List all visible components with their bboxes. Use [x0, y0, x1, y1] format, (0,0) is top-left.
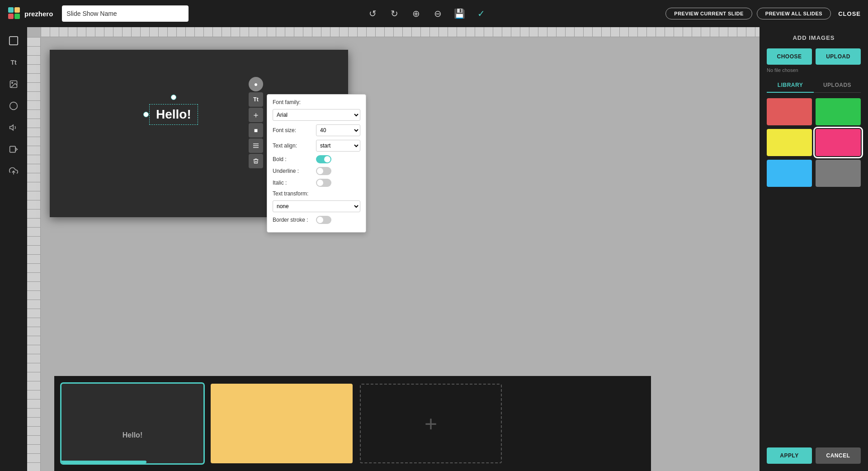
ruler-top — [41, 27, 760, 37]
text-align-label: Text align: — [273, 143, 313, 149]
undo-button[interactable]: ↺ — [364, 5, 382, 23]
apply-button[interactable]: APPLY — [767, 447, 812, 464]
left-sidebar: Tt — [0, 27, 27, 471]
bold-label: Bold : — [273, 156, 313, 162]
uploads-tab[interactable]: UPLOADS — [814, 78, 861, 92]
text-align-select[interactable]: start center end justify — [316, 140, 360, 152]
shape-tool-button[interactable]: ■ — [249, 123, 263, 138]
close-button[interactable]: CLOSE — [838, 10, 861, 17]
font-family-select-row: Arial Helvetica Times New Roman Georgia … — [273, 109, 360, 121]
logo-text: prezhero — [24, 10, 53, 18]
zoom-out-button[interactable]: ⊖ — [429, 5, 447, 23]
library-tabs: LIBRARY UPLOADS — [767, 78, 861, 93]
add-tool-button[interactable]: ＋ — [249, 108, 263, 122]
slide-name-input[interactable] — [62, 5, 189, 22]
border-stroke-row: Border stroke : — [273, 216, 360, 224]
font-size-row: Font size: 10121416 18202428 323640 4856… — [273, 124, 360, 136]
slide-thumb-2[interactable] — [211, 384, 353, 463]
topbar-right: PREVIEW CURRENT SLIDE PREVIEW ALL SLIDES… — [665, 8, 861, 19]
text-transform-select-row: none uppercase lowercase capitalize — [273, 200, 360, 212]
svg-marker-9 — [15, 148, 17, 151]
zoom-in-button[interactable]: ⊕ — [407, 5, 425, 23]
svg-marker-7 — [10, 125, 14, 130]
italic-row: Italic : — [273, 179, 360, 187]
sidebar-item-layers[interactable] — [5, 32, 23, 50]
add-slide-icon: + — [425, 411, 437, 436]
no-file-label: No file chosen — [767, 67, 861, 73]
svg-rect-8 — [10, 146, 16, 152]
font-family-row: Font family: — [273, 99, 360, 105]
italic-label: Italic : — [273, 180, 313, 186]
toolbar-buttons: ↺ ↻ ⊕ ⊖ 💾 ✓ — [194, 5, 660, 23]
cancel-button[interactable]: CANCEL — [816, 447, 861, 464]
right-panel: ADD IMAGES CHOOSE UPLOAD No file chosen … — [760, 27, 868, 471]
font-size-label: Font size: — [273, 127, 313, 133]
upload-button[interactable]: UPLOAD — [816, 48, 861, 65]
image-buttons: CHOOSE UPLOAD — [767, 48, 861, 65]
slide-thumb-1[interactable]: Hello! — [61, 384, 203, 463]
underline-toggle[interactable] — [316, 167, 331, 175]
bold-row: Bold : — [273, 155, 360, 163]
main-layout: Tt Hello! — [0, 27, 868, 471]
layers-tool-button[interactable] — [249, 138, 263, 153]
svg-rect-2 — [8, 14, 14, 19]
pink-swatch[interactable] — [816, 129, 861, 156]
text-transform-select[interactable]: none uppercase lowercase capitalize — [273, 200, 360, 212]
save-button[interactable]: 💾 — [451, 5, 469, 23]
slide-progress-1 — [61, 461, 146, 463]
border-stroke-label: Border stroke : — [273, 217, 313, 223]
green-swatch[interactable] — [816, 98, 861, 125]
yellow-swatch[interactable] — [767, 129, 812, 156]
svg-rect-0 — [8, 7, 14, 13]
border-stroke-toggle[interactable] — [316, 216, 331, 224]
delete-tool-button[interactable] — [249, 154, 263, 168]
logo: prezhero — [7, 6, 53, 21]
blue-swatch[interactable] — [767, 160, 812, 187]
svg-point-6 — [12, 82, 13, 84]
add-slide-button[interactable]: + — [360, 384, 502, 463]
choose-button[interactable]: CHOOSE — [767, 48, 812, 65]
text-transform-row: Text transform: — [273, 190, 360, 197]
hello-text-element[interactable]: Hello! — [149, 104, 198, 125]
sidebar-item-video[interactable] — [5, 140, 23, 158]
text-transform-label: Text transform: — [273, 190, 313, 197]
redo-button[interactable]: ↻ — [386, 5, 404, 23]
ruler-left — [27, 37, 41, 471]
color-grid — [767, 98, 861, 187]
preview-current-button[interactable]: PREVIEW CURRENT SLIDE — [665, 8, 752, 19]
svg-rect-3 — [14, 14, 20, 19]
text-align-row: Text align: start center end justify — [273, 140, 360, 152]
text-tool-button[interactable]: Tt — [249, 92, 263, 107]
hello-text: Hello! — [156, 107, 191, 121]
sidebar-item-text[interactable]: Tt — [5, 53, 23, 71]
font-family-label: Font family: — [273, 99, 313, 105]
panel-action-buttons: APPLY CANCEL — [767, 447, 861, 464]
sidebar-item-upload[interactable] — [5, 162, 23, 180]
preview-all-button[interactable]: PREVIEW ALL SLIDES — [757, 8, 831, 19]
svg-rect-1 — [14, 7, 20, 13]
rotate-handle[interactable] — [171, 95, 176, 100]
red-swatch[interactable] — [767, 98, 812, 125]
resize-handle[interactable] — [143, 112, 149, 117]
canvas-area: Hello! ● Tt ＋ ■ Font family: Arial — [27, 27, 760, 471]
text-format-popup: Font family: Arial Helvetica Times New R… — [267, 94, 366, 233]
sidebar-item-paint[interactable] — [5, 97, 23, 115]
sidebar-item-audio[interactable] — [5, 119, 23, 137]
svg-rect-4 — [9, 37, 18, 45]
logo-icon — [7, 6, 22, 21]
color-tool-button[interactable]: ● — [249, 77, 263, 91]
slide-thumb-1-label: Hello! — [123, 431, 142, 439]
font-family-select[interactable]: Arial Helvetica Times New Roman Georgia … — [273, 109, 360, 121]
font-size-select[interactable]: 10121416 18202428 323640 48566472 — [316, 124, 360, 136]
check-button[interactable]: ✓ — [472, 5, 491, 23]
topbar: prezhero ↺ ↻ ⊕ ⊖ 💾 ✓ PREVIEW CURRENT SLI… — [0, 0, 868, 27]
underline-label: Underline : — [273, 168, 313, 174]
float-toolbar: ● Tt ＋ ■ — [249, 77, 263, 168]
gray-swatch[interactable] — [816, 160, 861, 187]
italic-toggle[interactable] — [316, 179, 331, 187]
underline-row: Underline : — [273, 167, 360, 175]
sidebar-item-image[interactable] — [5, 75, 23, 93]
panel-title: ADD IMAGES — [767, 34, 861, 41]
library-tab[interactable]: LIBRARY — [767, 78, 814, 93]
bold-toggle[interactable] — [316, 155, 331, 163]
